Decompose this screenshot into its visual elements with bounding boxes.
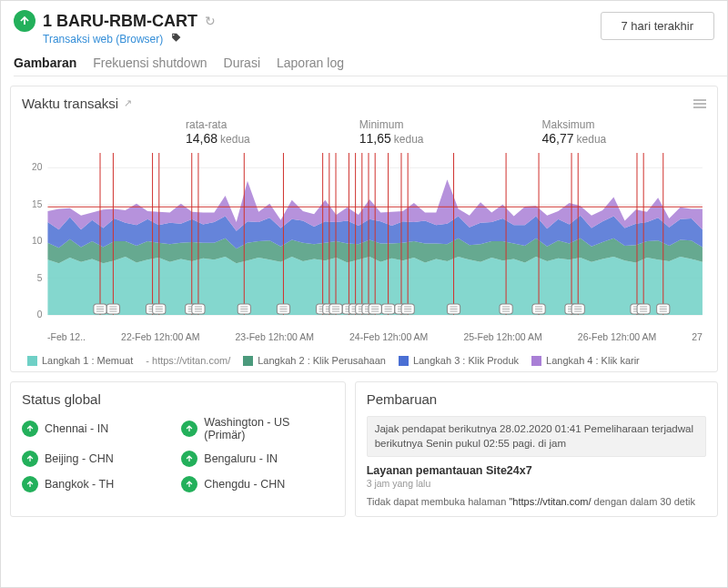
transaction-time-panel: Waktu transaksi ↗ rata-rata 14,68kedua M…: [10, 86, 718, 372]
status-up-icon: [181, 476, 197, 492]
svg-text:10: 10: [32, 236, 43, 246]
location-name: Chengdu - CHN: [204, 478, 285, 491]
legend-swatch-icon: [27, 356, 37, 366]
tab-gambaran[interactable]: Gambaran: [14, 56, 76, 70]
page-title: 1 BARU-RBM-CART: [43, 12, 197, 31]
location-item[interactable]: Chennai - IN: [22, 416, 174, 441]
legend-item[interactable]: Langkah 3 : Klik Produk: [399, 355, 519, 366]
status-up-icon: [181, 421, 197, 437]
refresh-icon[interactable]: ↻: [205, 14, 216, 28]
status-up-icon: [181, 451, 197, 467]
legend-swatch-icon: [531, 356, 541, 366]
tab-durasi[interactable]: Durasi: [224, 56, 260, 70]
subtitle-link[interactable]: Transaksi web (Browser): [43, 33, 163, 46]
chart-legend: Langkah 1 : Memuat- https://vtitan.com/L…: [22, 355, 706, 366]
tabs: GambaranFrekuensi shutdownDurasiLaporan …: [14, 56, 727, 76]
panel-menu-icon[interactable]: [693, 97, 706, 110]
global-status-card: Status global Chennai - INWashington - U…: [10, 381, 346, 517]
global-status-title: Status global: [22, 391, 334, 407]
open-external-icon[interactable]: ↗: [124, 97, 132, 109]
svg-text:5: 5: [37, 273, 43, 283]
chart-xaxis: -Feb 12..22-Feb 12h:00 AM23-Feb 12h:00 A…: [22, 331, 706, 342]
tab-laporan-log[interactable]: Laporan log: [277, 56, 344, 70]
updates-title: Pembaruan: [367, 391, 706, 407]
stat-max-value: 46,77: [542, 131, 574, 146]
location-name: Chennai - IN: [45, 422, 108, 435]
updates-service-time: 3 jam yang lalu: [367, 478, 706, 489]
location-item[interactable]: Washington - US (Primär): [181, 416, 333, 441]
stat-max-label: Maksimum: [542, 118, 607, 131]
stat-avg-value: 14,68: [186, 131, 217, 146]
legend-swatch-icon: [399, 356, 409, 366]
updates-card: Pembaruan Jajak pendapat berikutnya 28.0…: [355, 381, 718, 517]
status-up-icon: [22, 421, 38, 437]
location-name: Washington - US (Primär): [204, 416, 333, 441]
location-name: Bengaluru - IN: [204, 452, 278, 465]
legend-item[interactable]: Langkah 4 : Klik karir: [531, 355, 640, 366]
status-up-icon: [14, 10, 35, 32]
svg-text:20: 20: [32, 162, 43, 172]
location-item[interactable]: Bangkok - TH: [22, 476, 174, 492]
legend-item[interactable]: Langkah 2 : Klik Perusahaan: [243, 355, 386, 366]
stat-min-label: Minimum: [359, 118, 424, 131]
stat-min-value: 11,65: [359, 131, 391, 146]
location-item[interactable]: Beijing - CHN: [22, 451, 174, 467]
transaction-chart: 05101520: [22, 149, 706, 331]
legend-swatch-icon: [243, 356, 253, 366]
location-item[interactable]: Bengaluru - IN: [181, 451, 333, 467]
stat-avg-label: rata-rata: [186, 118, 250, 131]
tag-icon[interactable]: [170, 32, 182, 46]
tab-frekuensi-shutdown[interactable]: Frekuensi shutdown: [93, 56, 207, 70]
panel-title: Waktu transaksi: [22, 96, 118, 111]
updates-service-title: Layanan pemantauan Site24x7: [367, 464, 706, 477]
location-item[interactable]: Chengdu - CHN: [181, 476, 333, 492]
svg-text:15: 15: [32, 199, 43, 209]
legend-item[interactable]: Langkah 1 : Memuat: [27, 355, 133, 366]
status-up-icon: [22, 451, 38, 467]
location-name: Bangkok - TH: [45, 478, 114, 491]
updates-highlight: Jajak pendapat berikutnya 28.02.2020 01:…: [367, 416, 706, 457]
status-up-icon: [22, 476, 38, 492]
updates-error-line: Tidak dapat membuka halaman "https://vti…: [367, 496, 706, 507]
location-name: Beijing - CHN: [45, 452, 114, 465]
time-range-button[interactable]: 7 hari terakhir: [601, 12, 714, 40]
svg-text:0: 0: [37, 309, 43, 319]
